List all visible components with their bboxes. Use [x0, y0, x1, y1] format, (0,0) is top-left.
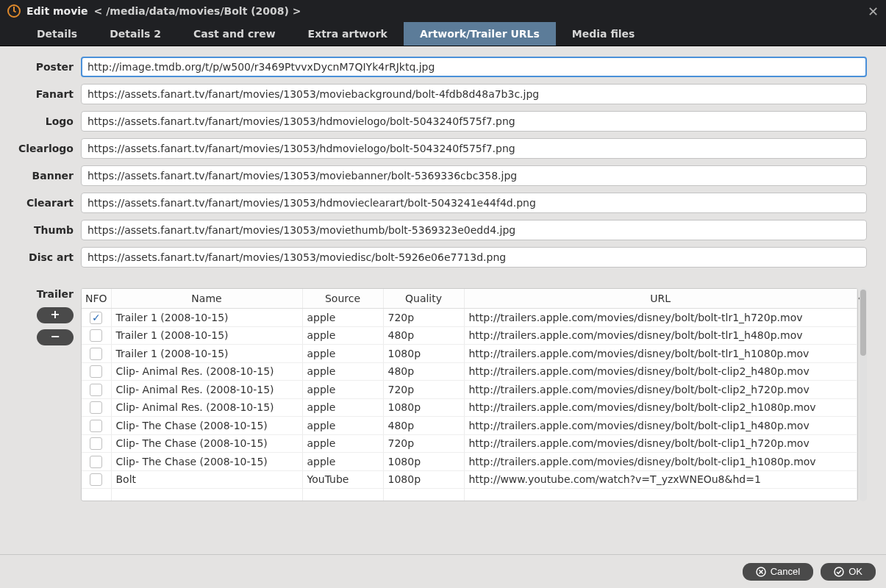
table-row[interactable]: Clip- The Chase (2008-10-15)apple720phtt… [82, 434, 857, 453]
field-label: Logo [7, 115, 74, 127]
cell-url: http://trailers.apple.com/movies/disney/… [464, 434, 857, 453]
ok-button[interactable]: OK [821, 563, 876, 581]
table-row[interactable]: Clip- Animal Res. (2008-10-15)apple720ph… [82, 381, 857, 399]
column-header-nfo[interactable]: NFO [82, 289, 111, 309]
cancel-button[interactable]: Cancel [743, 563, 813, 581]
tab-media-files[interactable]: Media files [556, 22, 651, 46]
field-label: Thumb [7, 224, 74, 236]
cell-quality: 720p [383, 434, 464, 453]
clearart-input[interactable] [81, 193, 867, 213]
column-header-source[interactable]: Source [302, 289, 383, 309]
nfo-checkbox[interactable] [90, 365, 102, 378]
nfo-checkbox[interactable] [90, 384, 102, 396]
field-label: Banner [7, 170, 74, 182]
thumb-input[interactable] [81, 220, 867, 240]
table-row[interactable]: Clip- The Chase (2008-10-15)apple480phtt… [82, 417, 857, 435]
table-row[interactable]: BoltYouTube1080phttp://www.youtube.com/w… [82, 470, 857, 489]
cell-name: Clip- The Chase (2008-10-15) [111, 434, 302, 453]
field-label: Disc art [7, 251, 74, 263]
field-row-logo: Logo [7, 111, 867, 132]
field-row-poster: Poster [7, 57, 867, 77]
cell-source: apple [302, 326, 383, 345]
tab-details-2[interactable]: Details 2 [93, 22, 177, 46]
table-row-empty [82, 489, 857, 502]
tab-artwork-trailer-urls[interactable]: Artwork/Trailer URLs [404, 22, 556, 46]
cell-quality: 1080p [383, 470, 464, 489]
nfo-checkbox[interactable] [90, 348, 102, 360]
table-row[interactable]: Trailer 1 (2008-10-15)apple1080phttp://t… [82, 345, 857, 363]
cell-url: http://trailers.apple.com/movies/disney/… [464, 309, 857, 327]
table-row[interactable]: Trailer 1 (2008-10-15)apple480phttp://tr… [82, 326, 857, 345]
window-path: < /media/data/movies/Bolt (2008) > [94, 5, 301, 17]
cell-source: apple [302, 453, 383, 471]
field-label: Clearart [7, 197, 74, 209]
table-row[interactable]: ✓Trailer 1 (2008-10-15)apple720phttp://t… [82, 309, 857, 327]
table-row[interactable]: Clip- Animal Res. (2008-10-15)apple480ph… [82, 362, 857, 381]
trailer-table[interactable]: NFONameSourceQualityURL ✓Trailer 1 (2008… [81, 288, 858, 501]
cell-name: Clip- Animal Res. (2008-10-15) [111, 381, 302, 399]
banner-input[interactable] [81, 165, 867, 186]
nfo-checkbox[interactable] [90, 401, 102, 414]
cell-quality: 480p [383, 417, 464, 435]
cell-url: http://trailers.apple.com/movies/disney/… [464, 417, 857, 435]
nfo-checkbox[interactable]: ✓ [90, 312, 102, 324]
column-header-name[interactable]: Name [111, 289, 302, 309]
trailer-label: Trailer [7, 288, 74, 300]
window-title: Edit movie [26, 5, 88, 17]
cell-source: apple [302, 381, 383, 399]
clearlogo-input[interactable] [81, 138, 867, 159]
tab-cast-and-crew[interactable]: Cast and crew [177, 22, 292, 46]
titlebar: Edit movie < /media/data/movies/Bolt (20… [0, 0, 886, 22]
content-pane: PosterFanartLogoClearlogoBannerClearartT… [0, 46, 886, 554]
app-icon [7, 4, 21, 18]
cell-url: http://trailers.apple.com/movies/disney/… [464, 453, 857, 471]
fanart-input[interactable] [81, 84, 867, 104]
cell-source: apple [302, 434, 383, 453]
column-header-url[interactable]: URL [464, 289, 857, 309]
tab-details[interactable]: Details [21, 22, 93, 46]
cell-name: Trailer 1 (2008-10-15) [111, 326, 302, 345]
cell-name: Clip- The Chase (2008-10-15) [111, 453, 302, 471]
cell-name: Clip- Animal Res. (2008-10-15) [111, 362, 302, 381]
cell-url: http://www.youtube.com/watch?v=T_yzxWNEO… [464, 470, 857, 489]
disc-art-input[interactable] [81, 247, 867, 268]
nfo-checkbox[interactable] [90, 329, 102, 342]
field-row-disc-art: Disc art [7, 247, 867, 268]
cell-name: Clip- The Chase (2008-10-15) [111, 417, 302, 435]
cell-source: apple [302, 362, 383, 381]
cell-url: http://trailers.apple.com/movies/disney/… [464, 345, 857, 363]
nfo-checkbox[interactable] [90, 473, 102, 486]
table-row[interactable]: Clip- Animal Res. (2008-10-15)apple1080p… [82, 398, 857, 417]
close-icon[interactable]: ✕ [868, 4, 879, 19]
cell-quality: 720p [383, 381, 464, 399]
cell-source: apple [302, 417, 383, 435]
cell-quality: 720p [383, 309, 464, 327]
cell-source: apple [302, 309, 383, 327]
column-header-quality[interactable]: Quality [383, 289, 464, 309]
cell-quality: 1080p [383, 345, 464, 363]
poster-input[interactable] [81, 57, 867, 77]
nfo-checkbox[interactable] [90, 420, 102, 432]
cancel-button-label: Cancel [771, 566, 800, 577]
nfo-checkbox[interactable] [90, 456, 102, 468]
logo-input[interactable] [81, 111, 867, 132]
ok-button-label: OK [849, 566, 862, 577]
cell-source: apple [302, 345, 383, 363]
remove-trailer-button[interactable]: − [37, 329, 74, 345]
field-row-fanart: Fanart [7, 84, 867, 104]
field-row-banner: Banner [7, 165, 867, 186]
cell-quality: 480p [383, 326, 464, 345]
tab-extra-artwork[interactable]: Extra artwork [292, 22, 404, 46]
window: Edit movie < /media/data/movies/Bolt (20… [0, 0, 886, 588]
cell-url: http://trailers.apple.com/movies/disney/… [464, 326, 857, 345]
field-label: Fanart [7, 88, 74, 100]
cell-quality: 480p [383, 362, 464, 381]
add-trailer-button[interactable]: + [37, 307, 74, 323]
field-row-clearart: Clearart [7, 193, 867, 213]
field-row-thumb: Thumb [7, 220, 867, 240]
cell-name: Clip- Animal Res. (2008-10-15) [111, 398, 302, 417]
nfo-checkbox[interactable] [90, 437, 102, 450]
table-scrollbar[interactable] [860, 288, 867, 501]
table-row[interactable]: Clip- The Chase (2008-10-15)apple1080pht… [82, 453, 857, 471]
cell-quality: 1080p [383, 453, 464, 471]
